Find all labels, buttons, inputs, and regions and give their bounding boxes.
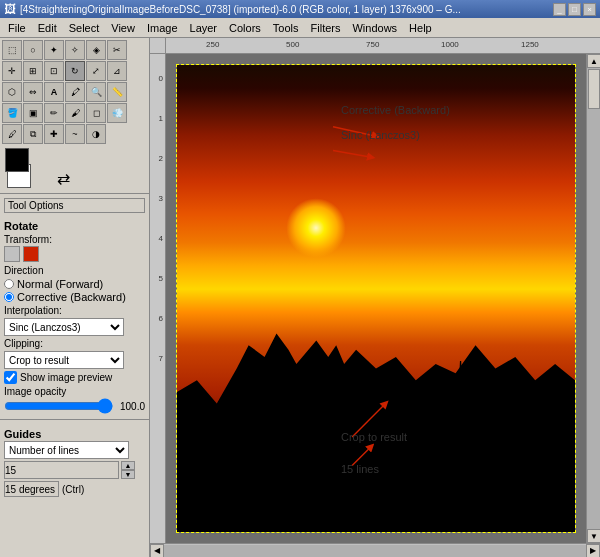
tool-fuzzy-select[interactable]: ✧: [65, 40, 85, 60]
ruler-corner: [150, 38, 166, 54]
annotation-corrective-backward: Corrective (Backward): [341, 104, 450, 116]
degrees-ctrl-label: (Ctrl): [62, 484, 84, 495]
tool-free-select[interactable]: ✦: [44, 40, 64, 60]
menu-tools[interactable]: Tools: [267, 20, 305, 36]
interpolation-row: Sinc (Lanczos3) None Linear Cubic: [4, 318, 145, 336]
transform-icon[interactable]: [4, 246, 20, 262]
ruler-mark-1250: 1250: [521, 40, 539, 49]
normal-forward-label: Normal (Forward): [17, 278, 103, 290]
guides-title: Guides: [4, 428, 145, 440]
tool-measure[interactable]: 📏: [107, 82, 127, 102]
opacity-slider[interactable]: [4, 398, 114, 414]
guides-spin-up[interactable]: ▲: [121, 461, 135, 470]
guides-spin: ▲ ▼: [121, 461, 135, 479]
scroll-track-h[interactable]: [164, 545, 586, 557]
tool-text[interactable]: A: [44, 82, 64, 102]
show-preview-checkbox[interactable]: [4, 371, 17, 384]
transform-color-icon[interactable]: [23, 246, 39, 262]
scroll-up-button[interactable]: ▲: [587, 54, 600, 68]
ruler-left-7: 7: [159, 354, 163, 363]
swap-colors-icon[interactable]: ⇄: [57, 169, 70, 188]
ruler-mark-500: 500: [286, 40, 299, 49]
normal-forward-radio[interactable]: [4, 279, 14, 289]
tool-scale[interactable]: ⤢: [86, 61, 106, 81]
window-title: [4StraighteningOriginalImageBeforeDSC_07…: [20, 4, 461, 15]
tool-flip[interactable]: ⇔: [23, 82, 43, 102]
clipping-row: Crop to result Adjust Clip: [4, 351, 145, 369]
maximize-button[interactable]: □: [568, 3, 581, 16]
tool-smudge[interactable]: ~: [65, 124, 85, 144]
direction-label: Direction: [4, 265, 145, 276]
tool-rotate[interactable]: ↻: [65, 61, 85, 81]
show-preview-row: Show image preview: [4, 371, 145, 384]
degrees-row: (Ctrl): [4, 481, 145, 497]
menu-colors[interactable]: Colors: [223, 20, 267, 36]
transform-label: Transform:: [4, 234, 145, 245]
guides-spin-down[interactable]: ▼: [121, 470, 135, 479]
menu-image[interactable]: Image: [141, 20, 184, 36]
tool-move[interactable]: ✛: [2, 61, 22, 81]
menu-layer[interactable]: Layer: [184, 20, 224, 36]
ruler-left-3: 3: [159, 194, 163, 203]
degrees-input[interactable]: [4, 481, 59, 497]
tool-options-button[interactable]: Tool Options: [4, 198, 145, 213]
tool-blend[interactable]: ▣: [23, 103, 43, 123]
ruler-mark-750: 750: [366, 40, 379, 49]
silhouette-ground: [177, 299, 575, 533]
tool-eraser[interactable]: ◻: [86, 103, 106, 123]
scroll-thumb-v[interactable]: [588, 69, 600, 109]
ruler-left-1: 1: [159, 114, 163, 123]
minimize-button[interactable]: _: [553, 3, 566, 16]
tool-pencil[interactable]: ✏: [44, 103, 64, 123]
tool-perspective[interactable]: ⬡: [2, 82, 22, 102]
menu-help[interactable]: Help: [403, 20, 438, 36]
scroll-right-button[interactable]: ▶: [586, 544, 600, 558]
menu-filters[interactable]: Filters: [305, 20, 347, 36]
ruler-top-marks: 250 500 750 1000 1250: [166, 38, 600, 53]
tool-rect-select[interactable]: ⬚: [2, 40, 22, 60]
menu-edit[interactable]: Edit: [32, 20, 63, 36]
menu-view[interactable]: View: [105, 20, 141, 36]
guides-lines-input[interactable]: [4, 461, 119, 479]
ruler-top: 250 500 750 1000 1250: [150, 38, 600, 54]
tool-dodge-burn[interactable]: ◑: [86, 124, 106, 144]
tool-color-picker[interactable]: 🖍: [65, 82, 85, 102]
sun: [286, 198, 346, 258]
image-canvas[interactable]: Corrective (Backward) Sinc (Lanczos3) Cr…: [166, 54, 586, 543]
normal-forward-row: Normal (Forward): [4, 278, 145, 290]
scroll-track-v[interactable]: [587, 68, 600, 529]
menu-windows[interactable]: Windows: [346, 20, 403, 36]
tool-shear[interactable]: ⊿: [107, 61, 127, 81]
tool-bucket-fill[interactable]: 🪣: [2, 103, 22, 123]
menu-select[interactable]: Select: [63, 20, 106, 36]
tool-paintbrush[interactable]: 🖌: [65, 103, 85, 123]
annotation-crop-to-result: Crop to result: [341, 431, 407, 443]
tool-airbrush[interactable]: 💨: [107, 103, 127, 123]
tool-scissors[interactable]: ✂: [107, 40, 127, 60]
scroll-left-button[interactable]: ◀: [150, 544, 164, 558]
guides-type-dropdown[interactable]: Number of lines Line spacing: [4, 441, 129, 459]
canvas-body: 0 1 2 3 4 5 6 7: [150, 54, 600, 543]
menu-file[interactable]: File: [2, 20, 32, 36]
vertical-scrollbar: ▲ ▼: [586, 54, 600, 543]
tool-ink[interactable]: 🖊: [2, 124, 22, 144]
tool-select-by-color[interactable]: ◈: [86, 40, 106, 60]
tool-clone[interactable]: ⧉: [23, 124, 43, 144]
clipping-dropdown[interactable]: Crop to result Adjust Clip: [4, 351, 124, 369]
tool-magnify[interactable]: 🔍: [86, 82, 106, 102]
interpolation-dropdown[interactable]: Sinc (Lanczos3) None Linear Cubic: [4, 318, 124, 336]
ruler-mark-250: 250: [206, 40, 219, 49]
foreground-color-swatch[interactable]: [5, 148, 29, 172]
close-button[interactable]: ×: [583, 3, 596, 16]
ruler-left: 0 1 2 3 4 5 6 7: [150, 54, 166, 543]
window-controls: _ □ ×: [553, 3, 596, 16]
transform-row: [4, 246, 145, 262]
ruler-left-2: 2: [159, 154, 163, 163]
tool-heal[interactable]: ✚: [44, 124, 64, 144]
scroll-down-button[interactable]: ▼: [587, 529, 600, 543]
canvas-with-rulers: 250 500 750 1000 1250 0 1 2 3 4 5 6: [150, 38, 600, 557]
tool-crop[interactable]: ⊡: [44, 61, 64, 81]
tool-alignment[interactable]: ⊞: [23, 61, 43, 81]
corrective-backward-radio[interactable]: [4, 292, 14, 302]
tool-ellipse-select[interactable]: ○: [23, 40, 43, 60]
